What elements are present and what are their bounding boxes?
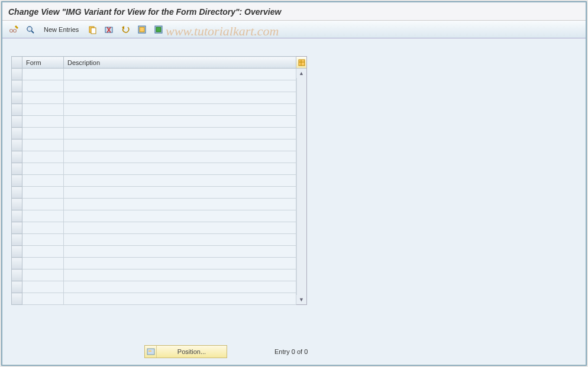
table-row[interactable] — [12, 175, 296, 187]
cell-description[interactable] — [64, 69, 296, 80]
cell-description[interactable] — [64, 175, 296, 187]
select-all-header[interactable] — [12, 57, 22, 69]
cell-description[interactable] — [64, 246, 296, 258]
deselect-all-button[interactable] — [152, 24, 165, 35]
cell-description[interactable] — [64, 293, 296, 305]
row-selector[interactable] — [12, 92, 22, 104]
cell-form[interactable] — [22, 80, 64, 92]
table-row[interactable] — [12, 104, 296, 116]
svg-rect-16 — [156, 27, 161, 32]
position-button[interactable]: Position... — [144, 345, 227, 358]
table-row[interactable] — [12, 246, 296, 258]
cell-description[interactable] — [64, 269, 296, 281]
table-row[interactable] — [12, 80, 296, 92]
cell-form[interactable] — [22, 269, 64, 281]
table-row[interactable] — [12, 269, 296, 281]
row-selector[interactable] — [12, 187, 22, 199]
table-row[interactable] — [12, 151, 296, 163]
row-selector[interactable] — [12, 210, 22, 222]
select-all-button[interactable] — [135, 24, 148, 35]
cell-form[interactable] — [22, 163, 64, 175]
table-row[interactable] — [12, 293, 296, 305]
table-row[interactable] — [12, 128, 296, 139]
cell-description[interactable] — [64, 281, 296, 293]
cell-description[interactable] — [64, 104, 296, 116]
cell-form[interactable] — [22, 92, 64, 104]
table-row[interactable] — [12, 258, 296, 269]
row-selector[interactable] — [12, 80, 22, 92]
cell-form[interactable] — [22, 151, 64, 163]
table-row[interactable] — [12, 187, 296, 199]
cell-description[interactable] — [64, 187, 296, 199]
cell-description[interactable] — [64, 128, 296, 139]
cell-form[interactable] — [22, 69, 64, 80]
cell-form[interactable] — [22, 258, 64, 269]
row-selector[interactable] — [12, 163, 22, 175]
row-selector[interactable] — [12, 116, 22, 128]
table-row[interactable] — [12, 222, 296, 234]
cell-form[interactable] — [22, 104, 64, 116]
cell-form[interactable] — [22, 234, 64, 246]
cell-description[interactable] — [64, 116, 296, 128]
detail-button[interactable] — [24, 24, 37, 35]
row-selector[interactable] — [12, 293, 22, 305]
table-row[interactable] — [12, 116, 296, 128]
table-row[interactable] — [12, 163, 296, 175]
row-selector[interactable] — [12, 139, 22, 151]
cell-description[interactable] — [64, 139, 296, 151]
row-selector[interactable] — [12, 104, 22, 116]
cell-form[interactable] — [22, 210, 64, 222]
cell-form[interactable] — [22, 199, 64, 210]
delete-button[interactable] — [102, 24, 115, 35]
row-selector[interactable] — [12, 281, 22, 293]
cell-form[interactable] — [22, 281, 64, 293]
cell-description[interactable] — [64, 234, 296, 246]
row-selector[interactable] — [12, 199, 22, 210]
svg-rect-17 — [299, 60, 305, 66]
cell-form[interactable] — [22, 128, 64, 139]
row-selector[interactable] — [12, 128, 22, 139]
row-selector[interactable] — [12, 246, 22, 258]
cell-form[interactable] — [22, 175, 64, 187]
vertical-scrollbar[interactable] — [296, 78, 306, 295]
cell-description[interactable] — [64, 199, 296, 210]
row-selector[interactable] — [12, 151, 22, 163]
table-row[interactable] — [12, 92, 296, 104]
toggle-display-change-button[interactable] — [7, 24, 20, 35]
row-selector[interactable] — [12, 269, 22, 281]
cell-description[interactable] — [64, 258, 296, 269]
table-row[interactable] — [12, 199, 296, 210]
column-header-description[interactable]: Description — [64, 57, 296, 69]
cell-description[interactable] — [64, 222, 296, 234]
cell-form[interactable] — [22, 293, 64, 305]
row-selector[interactable] — [12, 234, 22, 246]
row-selector[interactable] — [12, 258, 22, 269]
cell-form[interactable] — [22, 246, 64, 258]
row-selector[interactable] — [12, 69, 22, 80]
table-row[interactable] — [12, 281, 296, 293]
cell-description[interactable] — [64, 163, 296, 175]
new-entries-button[interactable]: New Entries — [40, 25, 82, 34]
cell-description[interactable] — [64, 92, 296, 104]
table-settings-button[interactable] — [296, 57, 306, 69]
table-row[interactable] — [12, 234, 296, 246]
table-container: Form Description ▲ — [11, 56, 307, 305]
row-selector[interactable] — [12, 222, 22, 234]
form-directory-table[interactable]: Form Description — [11, 56, 296, 305]
cell-form[interactable] — [22, 187, 64, 199]
scroll-down-button[interactable]: ▼ — [296, 295, 306, 304]
column-header-form[interactable]: Form — [22, 57, 64, 69]
cell-description[interactable] — [64, 151, 296, 163]
cell-form[interactable] — [22, 139, 64, 151]
cell-form[interactable] — [22, 116, 64, 128]
table-row[interactable] — [12, 139, 296, 151]
cell-description[interactable] — [64, 210, 296, 222]
cell-form[interactable] — [22, 222, 64, 234]
copy-as-button[interactable] — [86, 24, 99, 35]
table-row[interactable] — [12, 210, 296, 222]
table-row[interactable] — [12, 69, 296, 80]
undo-change-button[interactable] — [119, 24, 132, 35]
scroll-up-button[interactable]: ▲ — [296, 69, 306, 78]
cell-description[interactable] — [64, 80, 296, 92]
row-selector[interactable] — [12, 175, 22, 187]
